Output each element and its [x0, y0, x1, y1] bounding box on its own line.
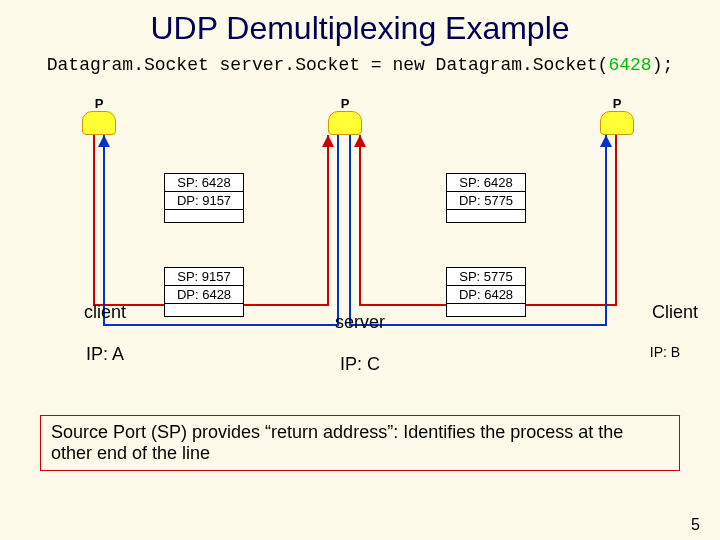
host-right: Client IP: B	[610, 281, 720, 402]
code-line: Datagram.Socket server.Socket = new Data…	[0, 55, 720, 75]
page-number: 5	[691, 516, 700, 534]
host-ip: IP: A	[86, 344, 124, 364]
packet-down-right: SP: 5775 DP: 6428	[446, 267, 526, 317]
host-ip: IP: C	[340, 354, 380, 374]
packet-up-left: SP: 6428 DP: 9157	[164, 173, 244, 223]
process-label: P	[601, 98, 633, 110]
process-center: P	[328, 111, 362, 135]
code-arg: 6428	[608, 55, 651, 75]
process-right: P	[600, 111, 634, 135]
code-post: );	[652, 55, 674, 75]
process-label: P	[329, 98, 361, 110]
host-name: Client	[652, 302, 698, 322]
diagram-area: P P P SP: 6428 DP: 9157 SP: 6428 DP: 577…	[0, 75, 720, 415]
sp-field: SP: 5775	[447, 268, 525, 286]
host-ip: IP: B	[610, 344, 720, 360]
host-name: server	[335, 312, 385, 332]
process-left: P	[82, 111, 116, 135]
dp-field: DP: 5775	[447, 192, 525, 210]
host-left: client IP: A	[40, 281, 150, 386]
packet-up-right: SP: 6428 DP: 5775	[446, 173, 526, 223]
process-label: P	[83, 98, 115, 110]
slide-title: UDP Demultiplexing Example	[0, 0, 720, 47]
sp-field: SP: 6428	[165, 174, 243, 192]
footnote: Source Port (SP) provides “return addres…	[40, 415, 680, 471]
dp-field: DP: 9157	[165, 192, 243, 210]
sp-field: SP: 6428	[447, 174, 525, 192]
sp-field: SP: 9157	[165, 268, 243, 286]
dp-field: DP: 6428	[165, 286, 243, 304]
host-center: server IP: C	[290, 291, 410, 396]
code-pre: Datagram.Socket server.Socket = new Data…	[47, 55, 609, 75]
host-name: client	[84, 302, 126, 322]
dp-field: DP: 6428	[447, 286, 525, 304]
packet-down-left: SP: 9157 DP: 6428	[164, 267, 244, 317]
